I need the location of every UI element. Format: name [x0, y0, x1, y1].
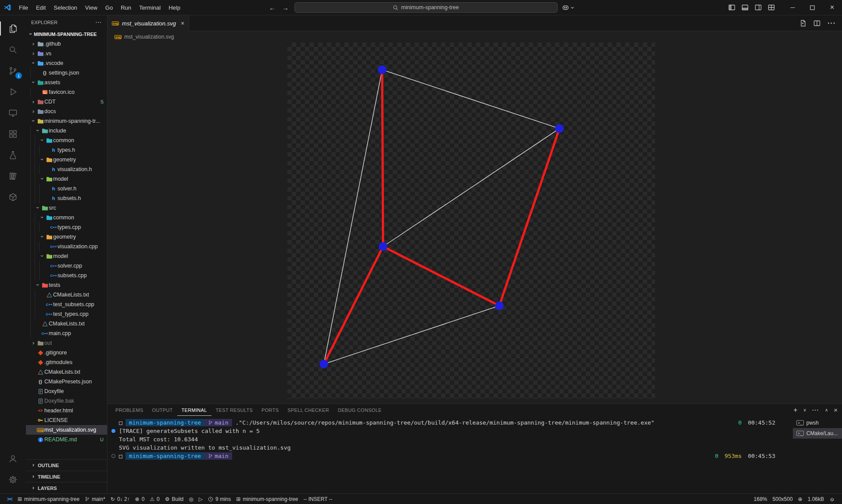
tree-item-doxyfile-bak[interactable]: Doxyfile.bak: [26, 396, 107, 406]
menu-go[interactable]: Go: [101, 4, 117, 11]
status-left-insert[interactable]: -- INSERT --: [301, 496, 335, 502]
status-left-target[interactable]: ◎: [186, 496, 196, 502]
tree-item-visualization-h[interactable]: hvisualization.h: [26, 164, 107, 174]
tree-item--vs[interactable]: ›.vs: [26, 49, 107, 58]
status-left-0-2[interactable]: ↻0↓ 2↑: [108, 496, 133, 502]
tree-item-out[interactable]: ›out: [26, 338, 107, 348]
tree-item--vscode[interactable]: ›.vscode: [26, 58, 107, 68]
back-arrow-icon[interactable]: ←: [268, 4, 277, 11]
status-left-play[interactable]: ▷: [196, 496, 205, 502]
tree-item-cmakelists-txt[interactable]: CMakeLists.txt: [26, 319, 107, 329]
terminal-profile-dropdown-icon[interactable]: ∨: [803, 407, 806, 412]
section-outline[interactable]: ›OUTLINE: [26, 459, 107, 471]
status-right-bell[interactable]: [827, 496, 838, 502]
split-editor-icon[interactable]: [813, 20, 821, 27]
panel-tab-debug-console[interactable]: DEBUG CONSOLE: [333, 404, 386, 416]
tree-item-cmakelists-txt[interactable]: CMakeLists.txt: [26, 367, 107, 377]
tree-item-license[interactable]: LICENSE: [26, 415, 107, 425]
close-panel-icon[interactable]: ×: [834, 406, 838, 414]
more-actions-icon[interactable]: ···: [828, 19, 836, 27]
open-preview-icon[interactable]: [799, 20, 806, 27]
tree-item--github[interactable]: ›.github: [26, 39, 107, 49]
activity-containers[interactable]: [0, 186, 26, 207]
panel-tab-terminal[interactable]: TERMINAL: [177, 404, 211, 416]
tree-item-main-cpp[interactable]: C++main.cpp: [26, 329, 107, 338]
toggle-secondary-sidebar-icon[interactable]: [755, 4, 762, 11]
tree-item-test-subsets-cpp[interactable]: C++test_subsets.cpp: [26, 300, 107, 309]
activity-explorer[interactable]: [0, 18, 26, 39]
menu-file[interactable]: File: [15, 4, 32, 11]
breadcrumb[interactable]: svg mst_visualization.svg: [107, 31, 842, 43]
section-timeline[interactable]: ›TIMELINE: [26, 471, 107, 482]
tree-item-docs[interactable]: ›docs: [26, 107, 107, 116]
tree-root[interactable]: › MINIMUM-SPANNING-TREE: [26, 29, 107, 39]
status-left-9-mins[interactable]: 9 mins: [205, 496, 233, 502]
editor-canvas[interactable]: [107, 43, 842, 404]
tree-item-common[interactable]: ›common: [26, 213, 107, 222]
tree-item-src[interactable]: ›src: [26, 203, 107, 213]
tree-item-solver-cpp[interactable]: C++solver.cpp: [26, 261, 107, 271]
status-left-0[interactable]: ⊗0: [133, 496, 147, 502]
tree-item-minimum-spanning-tr-[interactable]: ›minimum-spanning-tr...: [26, 116, 107, 126]
panel-tab-ports[interactable]: PORTS: [257, 404, 283, 416]
activity-search[interactable]: [0, 39, 26, 60]
tree-item-subsets-cpp[interactable]: C++subsets.cpp: [26, 271, 107, 280]
activity-testing[interactable]: [0, 144, 26, 165]
menu-run[interactable]: Run: [117, 4, 135, 11]
activity-library[interactable]: [0, 165, 26, 186]
tree-item-cmakepresets-json[interactable]: {}CMakePresets.json: [26, 377, 107, 386]
tree-item--gitignore[interactable]: .gitignore: [26, 348, 107, 357]
tree-item-visualization-cpp[interactable]: C++visualization.cpp: [26, 242, 107, 251]
tree-item-geometry[interactable]: ›geometry: [26, 155, 107, 164]
tree-item-solver-h[interactable]: hsolver.h: [26, 184, 107, 193]
tree-item-tests[interactable]: ›tests: [26, 280, 107, 290]
terminal-tab-pwsh[interactable]: >_pwsh: [793, 418, 842, 428]
tab-mst-visualization[interactable]: svg mst_visualization.svg ×: [107, 15, 189, 31]
explorer-more-actions-icon[interactable]: ···: [96, 20, 102, 25]
status-right-globe[interactable]: ⊕: [795, 496, 805, 502]
panel-tab-spell-checker[interactable]: SPELL CHECKER: [283, 404, 333, 416]
account-button[interactable]: [0, 448, 26, 469]
terminal-tab-cmake-lau-[interactable]: >_CMake/Lau...: [793, 428, 842, 439]
tree-item-header-html[interactable]: <>header.html: [26, 406, 107, 415]
tree-item-test-types-cpp[interactable]: C++test_types.cpp: [26, 309, 107, 319]
status-left-main[interactable]: main*: [82, 496, 108, 502]
svg-preview[interactable]: [287, 43, 655, 399]
settings-button[interactable]: [0, 469, 26, 490]
tree-item-types-h[interactable]: htypes.h: [26, 145, 107, 155]
terminal-output[interactable]: □minimum-spanning-treemain."C:/Users/mil…: [107, 416, 793, 493]
toggle-sidebar-icon[interactable]: [728, 4, 735, 11]
tree-item-assets[interactable]: ›assets: [26, 78, 107, 87]
new-terminal-icon[interactable]: +: [793, 406, 797, 414]
tree-item-cdt[interactable]: ›CDTS: [26, 97, 107, 107]
tree-item-model[interactable]: ›model: [26, 251, 107, 261]
tree-item-favicon-ico[interactable]: favicon.ico: [26, 87, 107, 97]
status-left-remote[interactable]: ><: [4, 496, 15, 502]
minimize-button[interactable]: ─: [783, 0, 803, 15]
menu-view[interactable]: View: [81, 4, 101, 11]
status-right-1-06kb[interactable]: 1.06kB: [805, 496, 827, 502]
forward-arrow-icon[interactable]: →: [281, 4, 290, 11]
panel-more-icon[interactable]: ···: [812, 407, 819, 413]
close-button[interactable]: ×: [822, 0, 842, 15]
status-left-minimum-spanning-tree[interactable]: ⊞minimum-spanning-tree: [15, 496, 82, 502]
tree-item-settings-json[interactable]: {}settings.json: [26, 68, 107, 78]
tree-item-mst-visualization-svg[interactable]: svgmst_visualization.svg: [26, 425, 107, 435]
activity-run-debug[interactable]: [0, 81, 26, 102]
menu-terminal[interactable]: Terminal: [135, 4, 165, 11]
menu-edit[interactable]: Edit: [32, 4, 50, 11]
menu-help[interactable]: Help: [165, 4, 184, 11]
close-tab-icon[interactable]: ×: [181, 20, 184, 27]
panel-tab-output[interactable]: OUTPUT: [148, 404, 177, 416]
maximize-panel-icon[interactable]: ∧: [825, 407, 828, 412]
menu-selection[interactable]: Selection: [50, 4, 81, 11]
customize-layout-icon[interactable]: [768, 4, 775, 11]
tree-item-geometry[interactable]: ›geometry: [26, 232, 107, 242]
status-left-minimum-spanning-tree[interactable]: ⊞minimum-spanning-tree: [233, 496, 301, 502]
tree-item-include[interactable]: ›include: [26, 126, 107, 136]
activity-source-control[interactable]: 1: [0, 60, 26, 81]
maximize-button[interactable]: [803, 0, 822, 15]
tree-item-subsets-h[interactable]: hsubsets.h: [26, 193, 107, 203]
status-left-build[interactable]: ⚙Build: [162, 496, 186, 502]
status-right-500x500[interactable]: 500x500: [770, 496, 795, 502]
